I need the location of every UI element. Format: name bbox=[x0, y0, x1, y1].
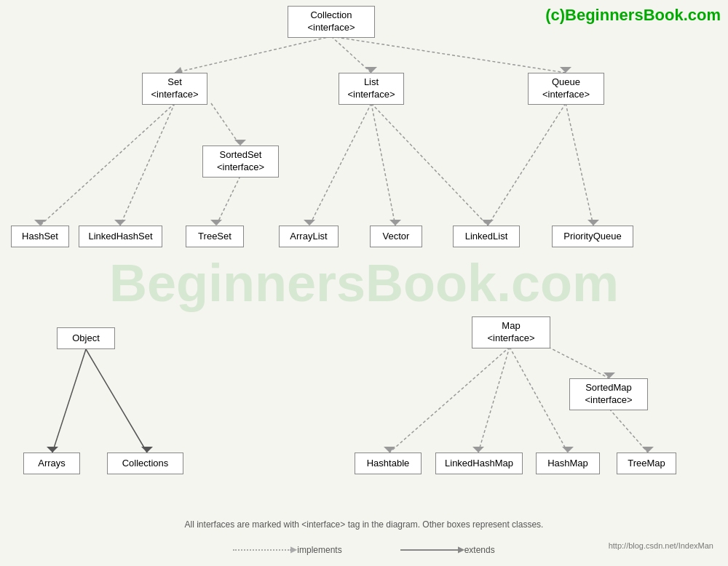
node-treemap: TreeMap bbox=[617, 453, 676, 474]
svg-marker-26 bbox=[141, 447, 153, 453]
node-hashset-label: HashSet bbox=[22, 231, 58, 243]
node-priorityqueue: PriorityQueue bbox=[552, 226, 633, 247]
implements-label: implements bbox=[297, 545, 341, 555]
svg-marker-22 bbox=[587, 220, 599, 226]
node-hashset: HashSet bbox=[11, 226, 69, 247]
svg-line-14 bbox=[309, 103, 371, 226]
svg-marker-11 bbox=[114, 220, 126, 226]
svg-line-12 bbox=[216, 176, 240, 226]
node-arrays: Arrays bbox=[23, 453, 80, 474]
node-hashmap: HashMap bbox=[536, 453, 600, 474]
node-linkedlist: LinkedList bbox=[453, 226, 520, 247]
svg-line-31 bbox=[478, 347, 510, 453]
node-set-type: <interface> bbox=[149, 89, 201, 101]
node-queue-label: Queue bbox=[534, 76, 598, 89]
svg-marker-15 bbox=[304, 220, 315, 226]
node-list: List <interface> bbox=[339, 73, 404, 105]
svg-line-2 bbox=[331, 36, 371, 73]
diagram-container: BeginnersBook.com (c)BeginnersBook.com bbox=[0, 0, 728, 566]
node-treeset: TreeSet bbox=[186, 226, 244, 247]
node-collection: Collection <interface> bbox=[288, 6, 375, 38]
node-linkedhashmap: LinkedHashMap bbox=[435, 453, 523, 474]
svg-line-35 bbox=[609, 409, 648, 453]
node-object-label: Object bbox=[72, 332, 100, 345]
svg-line-0 bbox=[175, 36, 331, 73]
svg-line-29 bbox=[389, 347, 510, 453]
svg-marker-32 bbox=[472, 447, 484, 453]
svg-marker-9 bbox=[34, 220, 46, 226]
node-vector-label: Vector bbox=[383, 231, 410, 243]
node-arrays-label: Arrays bbox=[38, 458, 66, 470]
node-sortedset-label: SortedSet bbox=[209, 149, 272, 162]
svg-marker-19 bbox=[482, 220, 494, 226]
node-collections-label: Collections bbox=[122, 458, 169, 470]
node-collection-type: <interface> bbox=[294, 22, 368, 34]
svg-marker-7 bbox=[234, 140, 246, 146]
node-object: Object bbox=[57, 327, 115, 349]
svg-line-18 bbox=[371, 103, 488, 226]
node-vector: Vector bbox=[370, 226, 422, 247]
extends-label: extends bbox=[464, 545, 495, 555]
node-hashmap-label: HashMap bbox=[547, 458, 588, 470]
node-queue-type: <interface> bbox=[534, 89, 598, 101]
node-map-type: <interface> bbox=[478, 332, 544, 345]
node-map: Map <interface> bbox=[472, 316, 550, 348]
node-sortedmap-type: <interface> bbox=[576, 394, 641, 407]
node-linkedlist-label: LinkedList bbox=[465, 231, 508, 243]
node-sortedset: SortedSet <interface> bbox=[202, 146, 279, 178]
extends-line bbox=[400, 549, 459, 551]
svg-marker-17 bbox=[389, 220, 401, 226]
svg-marker-36 bbox=[642, 447, 654, 453]
node-queue: Queue <interface> bbox=[528, 73, 604, 105]
node-list-label: List bbox=[345, 76, 397, 89]
node-sortedmap: SortedMap <interface> bbox=[569, 378, 648, 410]
node-treeset-label: TreeSet bbox=[198, 231, 232, 243]
node-hashtable-label: Hashtable bbox=[367, 458, 410, 470]
node-collection-label: Collection bbox=[294, 9, 368, 22]
legend-implements: implements bbox=[233, 545, 341, 555]
node-collections: Collections bbox=[107, 453, 183, 474]
svg-line-25 bbox=[86, 349, 147, 453]
svg-line-23 bbox=[52, 349, 86, 453]
svg-line-16 bbox=[371, 103, 395, 226]
footer-description: All interfaces are marked with <interfac… bbox=[0, 519, 728, 530]
svg-line-27 bbox=[548, 347, 609, 378]
node-set-label: Set bbox=[149, 76, 201, 89]
svg-line-10 bbox=[120, 103, 175, 226]
implements-line bbox=[233, 549, 291, 551]
svg-line-20 bbox=[488, 103, 566, 226]
node-treemap-label: TreeMap bbox=[628, 458, 665, 470]
svg-line-4 bbox=[331, 36, 566, 73]
svg-line-6 bbox=[211, 103, 240, 146]
node-linkedhashset: LinkedHashSet bbox=[79, 226, 162, 247]
node-list-type: <interface> bbox=[345, 89, 397, 101]
svg-marker-24 bbox=[47, 447, 58, 453]
node-linkedhashset-label: LinkedHashSet bbox=[88, 231, 152, 243]
svg-marker-28 bbox=[604, 372, 615, 378]
node-sortedmap-label: SortedMap bbox=[576, 382, 641, 394]
svg-line-33 bbox=[510, 347, 568, 453]
svg-marker-34 bbox=[562, 447, 574, 453]
svg-marker-30 bbox=[384, 447, 395, 453]
legend-extends: extends bbox=[400, 545, 495, 555]
node-sortedset-type: <interface> bbox=[209, 162, 272, 174]
node-arraylist: ArrayList bbox=[279, 226, 339, 247]
brand-label: (c)BeginnersBook.com bbox=[545, 6, 721, 25]
svg-marker-3 bbox=[365, 67, 377, 73]
node-arraylist-label: ArrayList bbox=[290, 231, 327, 243]
svg-line-8 bbox=[40, 103, 175, 226]
node-map-label: Map bbox=[478, 320, 544, 332]
svg-line-21 bbox=[566, 103, 593, 226]
node-set: Set <interface> bbox=[142, 73, 207, 105]
node-hashtable: Hashtable bbox=[355, 453, 422, 474]
svg-marker-13 bbox=[210, 220, 222, 226]
svg-marker-5 bbox=[560, 67, 571, 73]
node-priorityqueue-label: PriorityQueue bbox=[563, 231, 621, 243]
url-label: http://blog.csdn.net/IndexMan bbox=[609, 541, 713, 550]
watermark: BeginnersBook.com bbox=[109, 253, 619, 313]
node-linkedhashmap-label: LinkedHashMap bbox=[445, 458, 513, 470]
